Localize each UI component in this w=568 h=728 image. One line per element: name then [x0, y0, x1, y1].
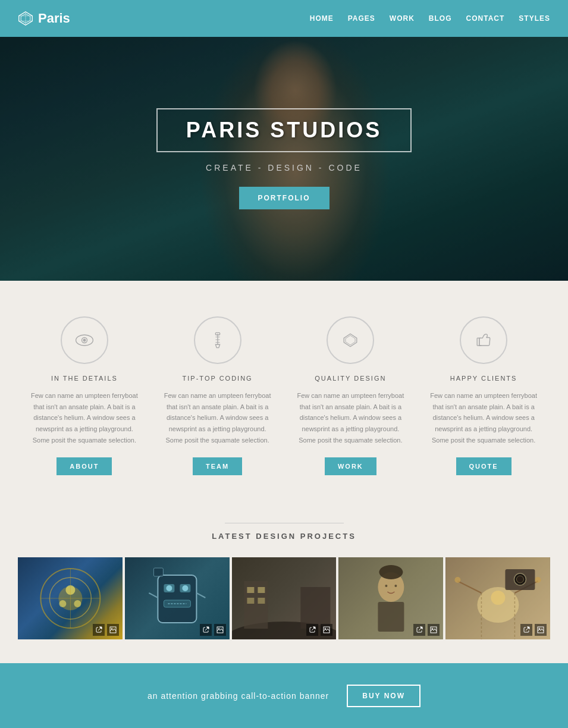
svg-point-7 [83, 339, 86, 341]
feature-2-title: TIP-TOP CODING [163, 375, 272, 382]
feature-design: QUALITY DESIGN Few can name an umpteen f… [290, 316, 412, 475]
svg-rect-30 [158, 575, 196, 623]
svg-rect-54 [378, 602, 404, 632]
thumbsup-icon [473, 330, 494, 351]
portfolio-item-5[interactable] [445, 557, 550, 639]
cta-text: an attention grabbing call-to-action ban… [148, 691, 329, 701]
svg-line-37 [149, 593, 158, 598]
svg-marker-9 [215, 344, 219, 347]
nav-home[interactable]: HOME [310, 14, 334, 23]
portfolio-item-2-icons [200, 624, 226, 636]
main-nav: HOME PAGES WORK BLOG CONTACT STYLES [310, 14, 550, 23]
hero-section: PARIS STUDIOS CREATE - DESIGN - CODE POR… [0, 37, 568, 281]
work-button[interactable]: WORK [325, 457, 376, 475]
image-icon [107, 624, 119, 636]
svg-rect-49 [258, 598, 265, 604]
eye-icon [74, 330, 95, 351]
svg-marker-15 [346, 335, 355, 345]
nav-pages[interactable]: PAGES [348, 14, 375, 23]
svg-point-62 [491, 591, 506, 605]
feature-details: IN THE DETAILS Few can name an umpteen f… [24, 316, 145, 475]
portfolio-item-1-icons [93, 624, 119, 636]
image-icon-2 [214, 624, 226, 636]
portfolio-header: LATEST DESIGN PROJECTS [18, 523, 550, 541]
svg-rect-47 [258, 587, 265, 593]
image-icon-5 [535, 624, 547, 636]
link-icon-2 [200, 624, 212, 636]
svg-point-66 [535, 577, 541, 583]
image-icon-4 [428, 624, 440, 636]
svg-line-38 [196, 593, 205, 598]
svg-point-69 [517, 576, 524, 583]
team-button[interactable]: TEAM [193, 457, 242, 475]
portfolio-title: LATEST DESIGN PROJECTS [18, 532, 550, 541]
pencil-icon [207, 330, 228, 351]
link-icon-4 [413, 624, 425, 636]
hero-subtitle: CREATE - DESIGN - CODE [156, 163, 412, 172]
svg-rect-46 [247, 587, 254, 593]
nav-blog[interactable]: BLOG [429, 14, 452, 23]
thumbsup-icon-circle [460, 316, 507, 364]
portfolio-item-4-icons [413, 624, 440, 636]
svg-point-56 [385, 585, 388, 587]
portfolio-item-3-icons [306, 624, 332, 636]
nav-styles[interactable]: STYLES [519, 14, 550, 23]
svg-point-57 [395, 585, 397, 587]
portfolio-item-1[interactable] [18, 557, 123, 639]
portfolio-item-5-icons [520, 624, 547, 636]
feature-1-title: IN THE DETAILS [30, 375, 139, 382]
about-button[interactable]: ABOUT [57, 457, 112, 475]
portfolio-item-2[interactable] [125, 557, 230, 639]
portfolio-button[interactable]: PORTFOLIO [239, 187, 329, 209]
pencil-icon-circle [194, 316, 241, 364]
svg-rect-45 [300, 587, 330, 629]
hero-content: PARIS STUDIOS CREATE - DESIGN - CODE POR… [156, 108, 412, 209]
image-icon-3 [321, 624, 332, 636]
svg-rect-48 [247, 598, 254, 604]
diamond-icon-circle [327, 316, 374, 364]
feature-2-desc: Few can name an umpteen ferryboat that i… [163, 390, 272, 445]
quote-button[interactable]: QUOTE [456, 457, 511, 475]
portfolio-divider [225, 523, 344, 523]
feature-3-title: QUALITY DESIGN [296, 375, 406, 382]
features-grid: IN THE DETAILS Few can name an umpteen f… [24, 316, 544, 475]
svg-point-33 [166, 585, 172, 591]
nav-contact[interactable]: CONTACT [466, 14, 505, 23]
link-icon-3 [306, 624, 318, 636]
svg-point-65 [455, 577, 461, 583]
buy-now-button[interactable]: BUY NOW [347, 685, 420, 707]
svg-point-55 [379, 565, 403, 579]
logo-text: Paris [38, 11, 70, 26]
svg-point-34 [182, 585, 188, 591]
link-icon [93, 624, 105, 636]
cta-section: an attention grabbing call-to-action ban… [0, 663, 568, 728]
logo-diamond-icon [18, 11, 33, 26]
svg-point-24 [59, 600, 66, 607]
svg-rect-39 [153, 568, 163, 576]
nav-work[interactable]: WORK [390, 14, 415, 23]
feature-4-title: HAPPY CLIENTS [429, 375, 538, 382]
feature-clients: HAPPY CLIENTS Few can name an umpteen fe… [423, 316, 544, 475]
feature-4-desc: Few can name an umpteen ferryboat that i… [429, 390, 538, 445]
features-section: IN THE DETAILS Few can name an umpteen f… [0, 281, 568, 505]
portfolio-item-4[interactable] [338, 557, 443, 639]
eye-icon-circle [61, 316, 108, 364]
feature-coding: TIP-TOP CODING Few can name an umpteen f… [157, 316, 278, 475]
portfolio-item-3[interactable] [232, 557, 337, 639]
logo[interactable]: Paris [18, 11, 70, 26]
hero-title-box: PARIS STUDIOS [156, 108, 412, 152]
feature-1-desc: Few can name an umpteen ferryboat that i… [30, 390, 139, 445]
portfolio-grid [18, 557, 550, 639]
feature-3-desc: Few can name an umpteen ferryboat that i… [296, 390, 406, 445]
site-header: Paris HOME PAGES WORK BLOG CONTACT STYLE… [0, 0, 568, 37]
svg-point-25 [74, 600, 81, 607]
link-icon-5 [520, 624, 532, 636]
diamond-icon [340, 330, 361, 351]
portfolio-section: LATEST DESIGN PROJECTS [0, 505, 568, 663]
hero-title: PARIS STUDIOS [186, 118, 382, 143]
